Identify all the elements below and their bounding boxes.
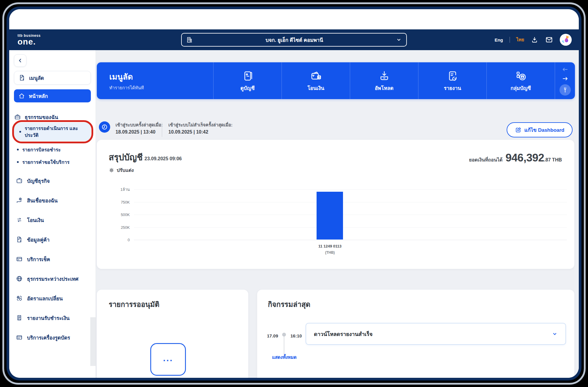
sidebar-item-cheque-services[interactable]: บริการเช็ค (14, 253, 91, 265)
sidebar-subitem-service-requests[interactable]: รายการคำขอใช้บริการ (14, 158, 91, 166)
account-summary-card: สรุปบัญชี 23.09.2025 09:06 ปรับแต่ง ยอดเ… (97, 140, 574, 269)
quick-action-label: อัพโหลด (375, 84, 393, 92)
customize-quickbar-button[interactable] (559, 84, 571, 96)
sidebar-subitem-label: รายการรอดำเนินการ และประวัติ (25, 125, 88, 139)
avatar[interactable] (560, 34, 572, 46)
sidebar-item-label: เมนูลัด (29, 74, 44, 82)
login-info-divider (162, 123, 162, 137)
customize-button[interactable]: ปรับแต่ง (109, 166, 134, 174)
gridline (134, 215, 567, 215)
globe-icon (16, 275, 23, 282)
last-login-label: เข้าสู่ระบบครั้งล่าสุดเมื่อ: (116, 123, 163, 127)
quick-menu-controls (555, 62, 575, 99)
passbook-icon (241, 70, 254, 82)
sidebar-item-label: สินเชื่อของฉัน (27, 196, 58, 204)
briefcase-icon (14, 113, 21, 120)
y-tick-label: 1ล้าน (114, 186, 130, 193)
window-chrome (9, 9, 579, 29)
page-border: ttb business one. บจก. ยูเอ็ก ดีไซต์ คอม… (7, 7, 581, 380)
recent-activity-title: กิจกรรมล่าสุด (268, 299, 310, 310)
summary-title: สรุปบัญชี (109, 150, 143, 164)
balance-fraction: .87 (544, 157, 551, 163)
sidebar-subitem-pending-history[interactable]: รายการรอดำเนินการ และประวัติ (14, 123, 91, 141)
quick-action-transfer[interactable]: โอนเงิน (282, 62, 350, 99)
sidebar-item-label: หน้าหลัก (29, 92, 48, 100)
sidebar-subitem-label: รายการบิลรอชำระ (22, 146, 61, 153)
sidebar-collapse-button[interactable] (14, 54, 26, 67)
upload-tray-icon (378, 70, 391, 82)
quick-action-label: ดูบัญชี (241, 84, 255, 92)
sidebar-section-my-transactions[interactable]: ธุรกรรมของฉัน (14, 113, 91, 121)
timeline-dot-icon (282, 333, 286, 337)
activity-time: 16:10 (290, 333, 302, 338)
sidebar-item-label: ธุรกรรมระหว่างประเทศ (27, 275, 78, 283)
scroll-right-arrow-icon[interactable] (562, 75, 569, 82)
quick-menu-title: เมนูลัด (109, 70, 213, 83)
card-terminal-icon (16, 334, 23, 341)
edit-pencil-icon (515, 127, 521, 133)
sidebar-section-label: ธุรกรรมของฉัน (25, 113, 58, 121)
recent-activity-card: กิจกรรมล่าสุด 17.09 16:10 ดาวน์โหลดรายงา… (257, 290, 574, 378)
quick-action-account-groups[interactable]: กลุ่มบัญชี (486, 62, 555, 99)
bullet-icon (17, 149, 19, 150)
balance-label: ยอดเงินที่ถอนได้ (469, 156, 502, 164)
document-heart-icon (18, 74, 26, 81)
y-tick-label: 250K (114, 225, 130, 229)
gridline (134, 202, 567, 202)
brand-main-text: one. (18, 38, 41, 46)
mail-icon[interactable] (545, 36, 553, 44)
sidebar-subitem-pending-history-wrap: รายการรอดำเนินการ และประวัติ (14, 123, 91, 141)
quick-menu-heading: เมนูลัด ทำรายการได้ทันที (97, 62, 213, 99)
last-failed-login-value: 10.09.2025 | 10:42 (168, 130, 233, 134)
sidebar-item-partner-info[interactable]: ข้อมูลคู่ค้า (14, 234, 91, 245)
document-heart-icon (16, 236, 23, 243)
sidebar-subitem-pending-bills[interactable]: รายการบิลรอชำระ (14, 146, 91, 153)
lang-english-toggle[interactable]: Eng (494, 37, 503, 42)
gridline (134, 189, 567, 190)
sidebar-scrollbar-thumb[interactable] (90, 317, 96, 366)
sidebar-item-my-loans[interactable]: สินเชื่อของฉัน (14, 194, 91, 206)
empty-state-illustration: ... (150, 343, 186, 376)
sidebar-item-label: โอนเงิน (27, 216, 44, 224)
chevron-down-icon[interactable] (552, 331, 558, 337)
report-document-icon (446, 70, 459, 82)
chart-category-unit: (THB) (303, 250, 357, 255)
show-all-link[interactable]: แสดงทั้งหมด (272, 354, 297, 361)
y-tick-label: 750K (114, 200, 130, 204)
chart-bar[interactable] (317, 192, 343, 240)
quick-action-label: โอนเงิน (307, 84, 324, 92)
activity-date: 17.09 (267, 333, 278, 338)
chevron-down-icon (396, 37, 402, 43)
activity-row[interactable]: ดาวน์โหลดรายงานสำเร็จ (306, 323, 566, 345)
sidebar-item-exchange-rates[interactable]: อัตราแลกเปลี่ยน (14, 292, 91, 304)
quick-action-upload[interactable]: อัพโหลด (350, 62, 418, 99)
download-icon[interactable] (531, 36, 538, 44)
scroll-left-arrow-icon[interactable] (562, 66, 569, 73)
sidebar-item-payment-reports[interactable]: รายงานรับชำระเงิน (14, 312, 91, 324)
brand-top-text: ttb business (18, 34, 41, 37)
sidebar-item-transfer[interactable]: โอนเงิน (14, 214, 91, 226)
summary-timestamp: 23.09.2025 09:06 (145, 156, 182, 161)
building-icon (186, 36, 193, 43)
main-content: เมนูลัด ทำรายการได้ทันที ดูบัญชี (96, 50, 579, 378)
sidebar-item-business-accounts[interactable]: บัญชีธุรกิจ (14, 175, 91, 187)
company-selector[interactable]: บจก. ยูเอ็ก ดีไซต์ คอมพานี (181, 33, 407, 47)
bullet-icon (17, 161, 19, 163)
edit-dashboard-button[interactable]: แก้ไข Dashboard (507, 122, 573, 137)
navbar-right-cluster: Eng ไทย (494, 29, 572, 50)
top-navbar: ttb business one. บจก. ยูเอ็ก ดีไซต์ คอม… (9, 29, 579, 50)
quick-action-view-accounts[interactable]: ดูบัญชี (213, 62, 282, 99)
quick-action-reports[interactable]: รายงาน (418, 62, 486, 99)
sidebar-item-international[interactable]: ธุรกรรมระหว่างประเทศ (14, 273, 91, 285)
last-login-info: เข้าสู่ระบบครั้งล่าสุดเมื่อ: 18.09.2025 … (116, 123, 163, 134)
wallet-icon (16, 177, 23, 184)
sidebar-item-card-machine[interactable]: บริการเครื่องรูดบัตร (14, 332, 91, 343)
sidebar-item-home[interactable]: หน้าหลัก (14, 89, 91, 102)
loan-coin-icon (16, 197, 23, 204)
sidebar: เมนูลัด หน้าหลัก ธุรกรรมของฉัน รายการรอด… (9, 50, 96, 378)
timeline-stem (284, 337, 284, 355)
quick-action-label: กลุ่มบัญชี (510, 84, 531, 92)
lang-thai-toggle[interactable]: ไทย (516, 36, 524, 43)
brand-logo[interactable]: ttb business one. (18, 34, 41, 46)
sidebar-item-quick-menu[interactable]: เมนูลัด (14, 71, 91, 85)
